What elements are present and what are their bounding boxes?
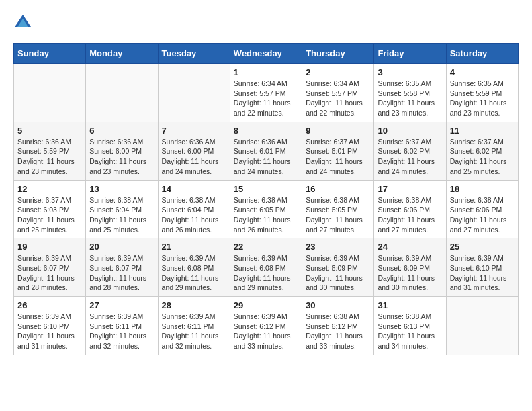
calendar-cell: 29Sunrise: 6:39 AM Sunset: 6:12 PM Dayli… — [230, 297, 302, 355]
calendar-cell — [446, 297, 518, 355]
day-info: Sunrise: 6:39 AM Sunset: 6:10 PM Dayligh… — [450, 253, 515, 293]
calendar-cell: 30Sunrise: 6:38 AM Sunset: 6:12 PM Dayli… — [302, 297, 374, 355]
day-number: 18 — [450, 184, 515, 194]
calendar-cell: 25Sunrise: 6:39 AM Sunset: 6:10 PM Dayli… — [446, 238, 518, 297]
calendar-cell: 7Sunrise: 6:36 AM Sunset: 6:00 PM Daylig… — [158, 122, 230, 180]
day-number: 29 — [234, 300, 298, 310]
day-number: 7 — [162, 126, 226, 136]
day-info: Sunrise: 6:36 AM Sunset: 5:59 PM Dayligh… — [17, 137, 82, 177]
day-info: Sunrise: 6:39 AM Sunset: 6:11 PM Dayligh… — [162, 312, 226, 351]
day-info: Sunrise: 6:39 AM Sunset: 6:07 PM Dayligh… — [17, 253, 82, 293]
day-number: 20 — [89, 242, 154, 252]
day-number: 14 — [162, 184, 226, 194]
day-info: Sunrise: 6:34 AM Sunset: 5:57 PM Dayligh… — [234, 79, 298, 118]
weekday-header-friday: Friday — [374, 44, 446, 64]
day-number: 26 — [17, 300, 82, 310]
day-info: Sunrise: 6:34 AM Sunset: 5:57 PM Dayligh… — [306, 79, 370, 118]
day-info: Sunrise: 6:38 AM Sunset: 6:06 PM Dayligh… — [450, 195, 515, 235]
week-row-1: 1Sunrise: 6:34 AM Sunset: 5:57 PM Daylig… — [14, 64, 519, 122]
weekday-header-tuesday: Tuesday — [158, 44, 230, 64]
logo — [13, 13, 35, 32]
day-info: Sunrise: 6:36 AM Sunset: 6:00 PM Dayligh… — [162, 137, 226, 177]
day-info: Sunrise: 6:38 AM Sunset: 6:04 PM Dayligh… — [89, 195, 154, 235]
calendar-cell — [86, 64, 158, 122]
weekday-header-row: SundayMondayTuesdayWednesdayThursdayFrid… — [14, 44, 519, 64]
calendar-cell: 6Sunrise: 6:36 AM Sunset: 6:00 PM Daylig… — [86, 122, 158, 180]
day-info: Sunrise: 6:38 AM Sunset: 6:13 PM Dayligh… — [378, 312, 442, 351]
day-number: 13 — [89, 184, 154, 194]
calendar-cell: 8Sunrise: 6:36 AM Sunset: 6:01 PM Daylig… — [230, 122, 302, 180]
calendar-cell: 23Sunrise: 6:39 AM Sunset: 6:09 PM Dayli… — [302, 238, 374, 297]
calendar-cell: 22Sunrise: 6:39 AM Sunset: 6:08 PM Dayli… — [230, 238, 302, 297]
day-number: 24 — [378, 242, 442, 252]
week-row-4: 19Sunrise: 6:39 AM Sunset: 6:07 PM Dayli… — [14, 238, 519, 297]
day-number: 22 — [234, 242, 298, 252]
calendar-cell: 1Sunrise: 6:34 AM Sunset: 5:57 PM Daylig… — [230, 64, 302, 122]
page-header — [13, 13, 519, 32]
day-info: Sunrise: 6:35 AM Sunset: 5:58 PM Dayligh… — [378, 79, 442, 118]
calendar-cell: 28Sunrise: 6:39 AM Sunset: 6:11 PM Dayli… — [158, 297, 230, 355]
day-number: 21 — [162, 242, 226, 252]
calendar-cell: 5Sunrise: 6:36 AM Sunset: 5:59 PM Daylig… — [14, 122, 86, 180]
day-number: 15 — [234, 184, 298, 194]
day-info: Sunrise: 6:38 AM Sunset: 6:06 PM Dayligh… — [378, 195, 442, 235]
day-info: Sunrise: 6:39 AM Sunset: 6:12 PM Dayligh… — [234, 312, 298, 351]
calendar-cell: 20Sunrise: 6:39 AM Sunset: 6:07 PM Dayli… — [86, 238, 158, 297]
day-number: 31 — [378, 300, 442, 310]
calendar-cell: 12Sunrise: 6:37 AM Sunset: 6:03 PM Dayli… — [14, 180, 86, 238]
day-number: 25 — [450, 242, 515, 252]
day-info: Sunrise: 6:37 AM Sunset: 6:03 PM Dayligh… — [17, 195, 82, 235]
calendar-cell — [158, 64, 230, 122]
weekday-header-wednesday: Wednesday — [230, 44, 302, 64]
day-info: Sunrise: 6:39 AM Sunset: 6:10 PM Dayligh… — [17, 312, 82, 351]
calendar-cell: 17Sunrise: 6:38 AM Sunset: 6:06 PM Dayli… — [374, 180, 446, 238]
calendar-cell: 3Sunrise: 6:35 AM Sunset: 5:58 PM Daylig… — [374, 64, 446, 122]
logo-icon — [13, 13, 32, 32]
day-number: 23 — [306, 242, 370, 252]
day-number: 11 — [450, 126, 515, 136]
calendar-table: SundayMondayTuesdayWednesdayThursdayFrid… — [13, 43, 519, 355]
weekday-header-thursday: Thursday — [302, 44, 374, 64]
calendar-cell: 11Sunrise: 6:37 AM Sunset: 6:02 PM Dayli… — [446, 122, 518, 180]
calendar-cell: 10Sunrise: 6:37 AM Sunset: 6:02 PM Dayli… — [374, 122, 446, 180]
day-number: 19 — [17, 242, 82, 252]
calendar-cell — [14, 64, 86, 122]
day-number: 6 — [89, 126, 154, 136]
day-number: 3 — [378, 67, 442, 77]
day-number: 27 — [89, 300, 154, 310]
day-info: Sunrise: 6:39 AM Sunset: 6:08 PM Dayligh… — [162, 253, 226, 293]
day-info: Sunrise: 6:39 AM Sunset: 6:09 PM Dayligh… — [306, 253, 370, 293]
day-info: Sunrise: 6:38 AM Sunset: 6:05 PM Dayligh… — [306, 195, 370, 235]
day-info: Sunrise: 6:36 AM Sunset: 6:01 PM Dayligh… — [234, 137, 298, 177]
calendar-cell: 21Sunrise: 6:39 AM Sunset: 6:08 PM Dayli… — [158, 238, 230, 297]
day-info: Sunrise: 6:36 AM Sunset: 6:00 PM Dayligh… — [89, 137, 154, 177]
day-info: Sunrise: 6:37 AM Sunset: 6:01 PM Dayligh… — [306, 137, 370, 177]
day-info: Sunrise: 6:37 AM Sunset: 6:02 PM Dayligh… — [378, 137, 442, 177]
calendar-cell: 26Sunrise: 6:39 AM Sunset: 6:10 PM Dayli… — [14, 297, 86, 355]
day-info: Sunrise: 6:37 AM Sunset: 6:02 PM Dayligh… — [450, 137, 515, 177]
calendar-cell: 13Sunrise: 6:38 AM Sunset: 6:04 PM Dayli… — [86, 180, 158, 238]
day-number: 17 — [378, 184, 442, 194]
day-number: 12 — [17, 184, 82, 194]
day-number: 10 — [378, 126, 442, 136]
day-info: Sunrise: 6:35 AM Sunset: 5:59 PM Dayligh… — [450, 79, 515, 118]
day-info: Sunrise: 6:39 AM Sunset: 6:08 PM Dayligh… — [234, 253, 298, 293]
weekday-header-saturday: Saturday — [446, 44, 518, 64]
day-number: 30 — [306, 300, 370, 310]
day-info: Sunrise: 6:38 AM Sunset: 6:12 PM Dayligh… — [306, 312, 370, 351]
day-info: Sunrise: 6:38 AM Sunset: 6:05 PM Dayligh… — [234, 195, 298, 235]
day-number: 2 — [306, 67, 370, 77]
calendar-cell: 16Sunrise: 6:38 AM Sunset: 6:05 PM Dayli… — [302, 180, 374, 238]
day-info: Sunrise: 6:39 AM Sunset: 6:07 PM Dayligh… — [89, 253, 154, 293]
day-number: 9 — [306, 126, 370, 136]
calendar-cell: 19Sunrise: 6:39 AM Sunset: 6:07 PM Dayli… — [14, 238, 86, 297]
week-row-5: 26Sunrise: 6:39 AM Sunset: 6:10 PM Dayli… — [14, 297, 519, 355]
day-info: Sunrise: 6:39 AM Sunset: 6:09 PM Dayligh… — [378, 253, 442, 293]
calendar-cell: 14Sunrise: 6:38 AM Sunset: 6:04 PM Dayli… — [158, 180, 230, 238]
day-number: 4 — [450, 67, 515, 77]
day-info: Sunrise: 6:38 AM Sunset: 6:04 PM Dayligh… — [162, 195, 226, 235]
week-row-3: 12Sunrise: 6:37 AM Sunset: 6:03 PM Dayli… — [14, 180, 519, 238]
calendar-cell: 27Sunrise: 6:39 AM Sunset: 6:11 PM Dayli… — [86, 297, 158, 355]
weekday-header-sunday: Sunday — [14, 44, 86, 64]
day-number: 1 — [234, 67, 298, 77]
